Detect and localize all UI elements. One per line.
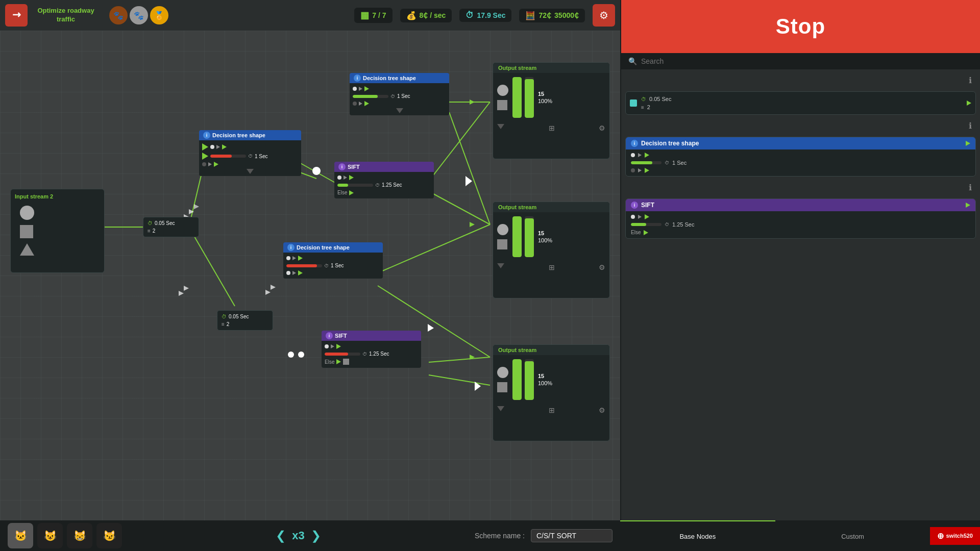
right-sift-label: SIFT (641, 202, 654, 209)
output-2-gear[interactable]: ⚙ (599, 263, 605, 271)
svg-point-16 (312, 167, 321, 175)
right-sift-card[interactable]: i SIFT ⏱ 1.25 Sec Else (625, 198, 976, 239)
sift-node-1-header: i SIFT (334, 162, 434, 172)
output-sliders-1 (512, 77, 534, 118)
decision-node-3[interactable]: i Decision tree shape ⏱ 1 Sec (350, 73, 449, 115)
output-square-3 (497, 382, 507, 392)
decision-node-3-timer: 1 Sec (397, 93, 410, 99)
settings-button[interactable]: ⚙ (593, 4, 615, 27)
right-decision-expand[interactable] (966, 141, 970, 146)
output-slider-fill-1b (525, 79, 534, 118)
right-decision-card[interactable]: i Decision tree shape ⏱ 1 Sec (625, 137, 976, 177)
decision-node-1-body: ⏱ 1 Sec (199, 140, 301, 176)
right-process-timer-1: 0.05 Sec (649, 96, 671, 102)
output-circle-1 (497, 85, 508, 96)
output-pct-1: 100% (538, 98, 552, 104)
right-decision-body: ⏱ 1 Sec (626, 149, 975, 176)
output-stream-3-header: Output stream (493, 345, 609, 355)
cat-icon-4[interactable]: 😼 (96, 523, 122, 548)
sift-node-2-else-row: Else (325, 358, 418, 366)
output-3-layers[interactable]: ⊞ (549, 406, 555, 414)
output-slider-fill-2a (512, 216, 522, 257)
output-shapes-2 (497, 224, 508, 249)
output-2-layers[interactable]: ⊞ (549, 263, 555, 271)
right-decision-label: Decision tree shape (641, 140, 699, 147)
back-button[interactable]: ↖ (5, 4, 28, 27)
coins-rate-value: 8₵ / sec (420, 11, 446, 19)
info-button-3[interactable]: ℹ (969, 183, 972, 192)
right-sift-expand[interactable] (966, 203, 970, 208)
scheme-name-input[interactable] (531, 529, 612, 542)
cat-icon-3[interactable]: 😸 (67, 523, 92, 548)
right-process-timer-row-1: ⏱ 0.05 Sec (641, 96, 963, 102)
output-slider-fill-3b (525, 361, 534, 400)
process-node-2[interactable]: ⏱ 0.05 Sec ≡ 2 (217, 310, 273, 331)
svg-line-9 (378, 224, 490, 273)
tab-base-nodes[interactable]: Base Nodes (620, 520, 775, 551)
timer-stat: ⏱ 17.9 Sec (459, 9, 511, 22)
svg-line-3 (296, 161, 337, 184)
right-decision-header: i Decision tree shape (626, 137, 975, 149)
svg-marker-24 (189, 209, 194, 214)
output-stream-2: Output stream 15 100% ⊞ ⚙ (493, 202, 610, 298)
input-stream-label: Input stream 2 (15, 193, 100, 199)
output-circle-3 (497, 367, 508, 378)
search-input[interactable] (641, 57, 973, 65)
info-button-2[interactable]: ℹ (969, 121, 972, 131)
process-node-1-count: 2 (153, 228, 156, 234)
decision-node-2[interactable]: i Decision tree shape ⏱ 1 Sec (283, 242, 383, 279)
score-stat: 🧮 72₵ 35000₵ (519, 9, 585, 22)
decision-node-1[interactable]: i Decision tree shape ⏱ 1 Sec (199, 130, 301, 176)
output-slider-3a (512, 359, 522, 400)
right-sift-else-row: Else (631, 230, 970, 235)
avatar-1: 🐾 (109, 6, 128, 24)
decision-node-2-dot-row (286, 255, 380, 262)
process-node-2-count: 2 (227, 321, 230, 327)
progress-value: 7 / 7 (372, 11, 386, 19)
output-3-triangle (497, 406, 504, 411)
sift-node-1-label: SIFT (348, 164, 360, 170)
switch-badge[interactable]: ⊕ switch520 (930, 527, 980, 545)
decision-node-1-bar-row: ⏱ 1 Sec (202, 152, 298, 161)
cat-icon-1[interactable]: 🐱 (8, 523, 33, 548)
sift-node-1-dot-row (337, 174, 431, 181)
output-slider-fill-3a (512, 359, 522, 400)
right-process-body-1: ⏱ 0.05 Sec ≡ 2 (626, 92, 975, 114)
search-icon: 🔍 (628, 57, 637, 65)
output-slider-3b (525, 359, 534, 400)
right-nodes-list: ℹ ⏱ 0.05 Sec ≡ 2 ℹ (621, 69, 980, 551)
svg-line-6 (449, 112, 490, 224)
tab-custom[interactable]: Custom (775, 520, 930, 551)
process-expand-arrow-1[interactable] (967, 101, 971, 106)
right-decision-timer: 1 Sec (672, 160, 687, 166)
decision-node-3-body: ⏱ 1 Sec (350, 83, 449, 115)
svg-marker-14 (470, 222, 475, 227)
sift-node-2-body: ⏱ 1.25 Sec Else (322, 341, 421, 368)
right-sift-header: i SIFT (626, 199, 975, 211)
output-stream-1: Output stream 15 100% ⊞ ⚙ (493, 62, 610, 159)
output-1-layers[interactable]: ⊞ (549, 124, 555, 132)
output-3-gear[interactable]: ⚙ (599, 406, 605, 414)
progress-stat: ▦ 7 / 7 (354, 8, 392, 23)
mult-decrease-button[interactable]: ❮ (276, 529, 286, 543)
right-process-card-1[interactable]: ⏱ 0.05 Sec ≡ 2 (625, 91, 976, 115)
output-slider-2a (512, 216, 522, 257)
sift-node-1[interactable]: i SIFT ⏱ 1.25 Sec Else (334, 162, 434, 198)
sift-node-2[interactable]: i SIFT ⏱ 1.25 Sec Else (322, 331, 421, 368)
cat-icon-2[interactable]: 😺 (37, 523, 63, 548)
svg-line-12 (429, 375, 490, 385)
output-1-gear[interactable]: ⚙ (599, 124, 605, 132)
mult-increase-button[interactable]: ❯ (311, 529, 321, 543)
svg-line-8 (429, 191, 490, 224)
sift-node-1-timer: 1.25 Sec (382, 182, 402, 188)
right-sift-dot-row (631, 214, 970, 219)
right-panel: Stop 🔍 ℹ ⏱ 0.05 Sec ≡ 2 (620, 0, 980, 551)
cat-icons: 🐱 😺 😸 😼 (8, 523, 122, 548)
right-decision-dot2-row (631, 168, 970, 173)
stop-button[interactable]: Stop (621, 0, 980, 53)
info-button-1[interactable]: ℹ (969, 76, 972, 85)
decision-node-1-header: i Decision tree shape (199, 130, 301, 140)
sift-node-2-header: i SIFT (322, 331, 421, 341)
sift-node-2-label: SIFT (335, 333, 347, 339)
process-node-1[interactable]: ⏱ 0.05 Sec ≡ 2 (143, 217, 199, 237)
